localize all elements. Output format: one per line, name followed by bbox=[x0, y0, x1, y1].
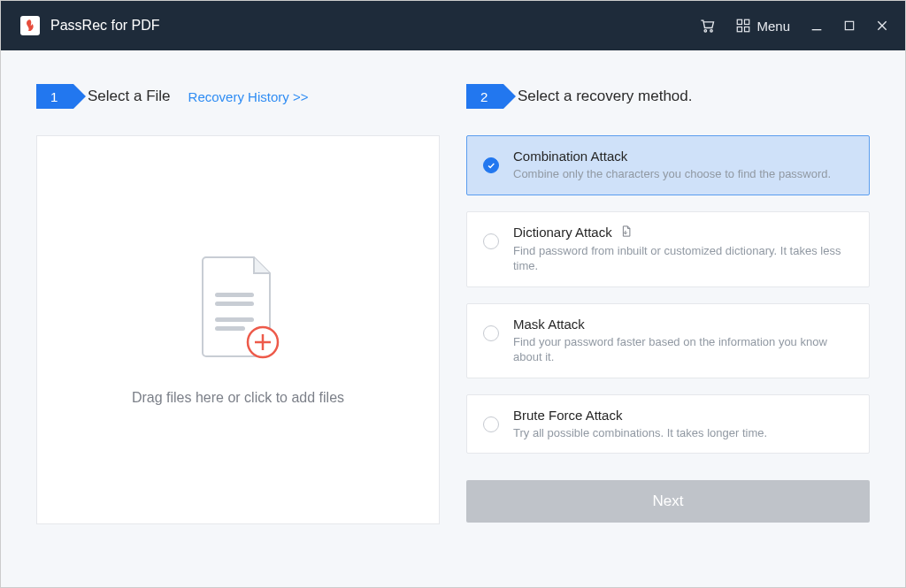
method-description: Combine only the characters you choose t… bbox=[513, 166, 853, 182]
document-add-icon bbox=[194, 254, 282, 360]
import-dictionary-icon[interactable] bbox=[619, 225, 633, 241]
main-content: 1 Select a File Recovery History >> Drag bbox=[1, 50, 905, 551]
recovery-method-option[interactable]: Dictionary AttackFind password from inbu… bbox=[466, 211, 870, 287]
step1-header: 1 Select a File Recovery History >> bbox=[36, 82, 440, 111]
titlebar: PassRec for PDF Menu bbox=[1, 1, 905, 50]
app-title: PassRec for PDF bbox=[50, 18, 160, 34]
minimize-button[interactable] bbox=[810, 19, 824, 33]
method-title: Brute Force Attack bbox=[513, 408, 853, 423]
method-title-text: Brute Force Attack bbox=[513, 408, 622, 423]
app-logo-icon bbox=[20, 16, 40, 35]
method-description: Find your password faster based on the i… bbox=[513, 334, 853, 365]
step2-column: 2 Select a recovery method. Combination … bbox=[466, 82, 870, 524]
step2-title: Select a recovery method. bbox=[518, 88, 692, 105]
svg-rect-11 bbox=[215, 302, 254, 306]
menu-grid-icon bbox=[735, 18, 751, 34]
svg-rect-5 bbox=[745, 27, 749, 32]
svg-point-0 bbox=[705, 30, 708, 33]
minimize-icon bbox=[810, 19, 824, 33]
step2-badge: 2 bbox=[466, 84, 503, 109]
method-body: Dictionary AttackFind password from inbu… bbox=[513, 225, 853, 274]
maximize-button[interactable] bbox=[843, 19, 856, 32]
step1-title: Select a File bbox=[88, 88, 171, 105]
radio-unchecked-icon bbox=[483, 325, 499, 341]
maximize-icon bbox=[843, 19, 856, 32]
method-title: Combination Attack bbox=[513, 149, 853, 164]
svg-rect-13 bbox=[215, 326, 245, 331]
next-button[interactable]: Next bbox=[466, 480, 870, 523]
svg-rect-3 bbox=[745, 19, 749, 24]
close-icon bbox=[875, 19, 889, 33]
file-dropzone[interactable]: Drag files here or click to add files bbox=[36, 135, 440, 524]
svg-rect-2 bbox=[738, 19, 742, 24]
cart-button[interactable] bbox=[698, 17, 716, 34]
radio-checked-icon bbox=[483, 157, 499, 173]
menu-label: Menu bbox=[756, 19, 790, 34]
method-title: Mask Attack bbox=[513, 317, 853, 332]
svg-point-1 bbox=[710, 30, 713, 33]
svg-rect-7 bbox=[845, 21, 853, 29]
method-body: Combination AttackCombine only the chara… bbox=[513, 149, 853, 182]
menu-button[interactable]: Menu bbox=[735, 18, 790, 34]
method-body: Brute Force AttackTry all possible combi… bbox=[513, 408, 853, 441]
recovery-history-link[interactable]: Recovery History >> bbox=[188, 89, 309, 104]
step1-column: 1 Select a File Recovery History >> Drag bbox=[36, 82, 440, 524]
method-body: Mask AttackFind your password faster bas… bbox=[513, 317, 853, 365]
recovery-method-option[interactable]: Mask AttackFind your password faster bas… bbox=[466, 303, 870, 378]
close-button[interactable] bbox=[875, 19, 889, 33]
svg-rect-12 bbox=[215, 317, 254, 322]
recovery-method-option[interactable]: Brute Force AttackTry all possible combi… bbox=[466, 394, 870, 454]
method-title-text: Dictionary Attack bbox=[513, 225, 612, 240]
dropzone-hint: Drag files here or click to add files bbox=[132, 390, 344, 406]
recovery-methods-list: Combination AttackCombine only the chara… bbox=[466, 135, 870, 454]
radio-unchecked-icon bbox=[483, 416, 499, 432]
svg-rect-10 bbox=[215, 293, 254, 297]
method-title: Dictionary Attack bbox=[513, 225, 853, 241]
step2-header: 2 Select a recovery method. bbox=[466, 82, 870, 111]
svg-rect-4 bbox=[738, 27, 742, 32]
method-title-text: Mask Attack bbox=[513, 317, 585, 332]
method-title-text: Combination Attack bbox=[513, 149, 627, 164]
cart-icon bbox=[698, 17, 716, 34]
step1-badge: 1 bbox=[36, 84, 73, 109]
method-description: Try all possible combinations. It takes … bbox=[513, 425, 853, 441]
recovery-method-option[interactable]: Combination AttackCombine only the chara… bbox=[466, 135, 870, 195]
method-description: Find password from inbuilt or customized… bbox=[513, 243, 853, 274]
radio-unchecked-icon bbox=[483, 233, 499, 249]
